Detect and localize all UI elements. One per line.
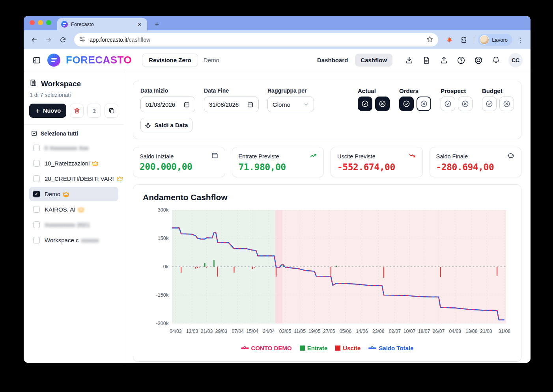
delete-workspace-button[interactable] xyxy=(70,104,84,118)
zoom-window-button[interactable] xyxy=(46,20,51,25)
browser-profile-button[interactable]: Lavoro xyxy=(478,34,512,46)
anchor-icon xyxy=(145,122,151,128)
workspace-checkbox[interactable] xyxy=(33,221,40,228)
exclude-toggle-button[interactable] xyxy=(375,97,390,111)
toggle-pair xyxy=(482,97,514,111)
duplicate-workspace-button[interactable] xyxy=(105,104,118,118)
url-path: /cashflow xyxy=(127,37,150,43)
back-icon[interactable] xyxy=(28,34,40,46)
browser-menu-icon[interactable]: ⋮ xyxy=(515,36,526,44)
browser-tab[interactable]: Forecasto ✕ xyxy=(57,18,147,30)
group-by-select[interactable]: Giorno xyxy=(267,97,314,112)
revision-button[interactable]: Revisione Zero xyxy=(142,54,198,67)
filters-card: Data Inizio 01/03/2026 Data Fine 31/08/2… xyxy=(133,81,521,139)
report-icon[interactable] xyxy=(419,53,433,67)
exclude-toggle-button[interactable] xyxy=(458,97,473,111)
address-bar[interactable]: app.forecasto.it/cashflow xyxy=(74,33,438,46)
forecasto-logo-icon xyxy=(47,54,60,67)
start-date-input[interactable]: 01/03/2026 xyxy=(140,97,195,112)
workspace-checkbox[interactable] xyxy=(33,175,40,182)
help-icon[interactable] xyxy=(454,53,468,67)
workspace-item[interactable]: Xxxxxxxxxx 2021 xyxy=(29,217,118,232)
workspace-item-text: Xxxxxxxxxx 2021 xyxy=(45,221,90,228)
svg-text:-300k: -300k xyxy=(156,320,169,326)
exclude-toggle-button[interactable] xyxy=(499,97,514,111)
new-tab-button[interactable]: + xyxy=(152,20,162,29)
svg-text:300k: 300k xyxy=(158,207,169,213)
legend-item-saldo-totale[interactable]: Saldo Totale xyxy=(368,345,413,351)
trash-icon xyxy=(73,107,80,114)
sidebar-collapse-icon[interactable] xyxy=(32,55,42,65)
workspace-item-text: 20_CREDITI/DEBITI VARI xyxy=(45,175,114,182)
workspace-item[interactable]: ✓Demo xyxy=(29,187,118,201)
svg-text:0k: 0k xyxy=(163,264,169,269)
app-header: FORECASTO Revisione Zero Demo DashboardC… xyxy=(24,49,531,71)
extension-starburst-icon[interactable] xyxy=(444,34,456,46)
workspace-checkbox[interactable] xyxy=(33,206,40,213)
saldi-a-data-button[interactable]: Saldi a Data xyxy=(140,118,192,132)
forward-icon[interactable] xyxy=(43,34,54,46)
workspace-item[interactable]: 20_CREDITI/DEBITI VARI xyxy=(29,171,118,186)
user-avatar[interactable]: CC xyxy=(508,53,523,67)
include-toggle-button[interactable] xyxy=(441,97,455,111)
nav-dashboard[interactable]: Dashboard xyxy=(313,54,352,67)
legend-label: CONTO DEMO xyxy=(251,345,292,351)
legend-item-entrate[interactable]: Entrate xyxy=(300,345,328,351)
close-tab-icon[interactable]: ✕ xyxy=(136,21,143,28)
workspace-checkbox[interactable] xyxy=(33,145,40,151)
workspace-item-label: Xxxxxxxxxx 2021 xyxy=(45,221,90,228)
bookmark-star-icon[interactable] xyxy=(426,35,433,45)
brand-wordmark: FORECASTO xyxy=(66,54,132,66)
include-toggle-button[interactable] xyxy=(358,97,372,111)
include-toggle-button[interactable] xyxy=(482,97,497,111)
exclude-toggle-button[interactable] xyxy=(417,97,431,111)
svg-text:31/08: 31/08 xyxy=(499,329,511,334)
legend-item-conto-demo[interactable]: CONTO DEMO xyxy=(241,345,292,351)
workspace-item[interactable]: Workspace cxxxxxx xyxy=(29,233,118,247)
include-toggle-button[interactable] xyxy=(399,97,414,111)
workspace-checkbox[interactable] xyxy=(33,160,40,167)
svg-text:150k: 150k xyxy=(158,235,169,241)
support-icon[interactable] xyxy=(471,53,486,67)
svg-text:07/04: 07/04 xyxy=(232,329,244,334)
svg-text:23/06: 23/06 xyxy=(372,329,385,334)
svg-text:11/05: 11/05 xyxy=(294,329,306,334)
upload-icon[interactable] xyxy=(437,53,451,67)
workspace-checkbox[interactable]: ✓ xyxy=(33,191,40,197)
saldi-a-data-label: Saldi a Data xyxy=(154,122,188,128)
browser-window: Forecasto ✕ + app.forecasto.it/cashflow xyxy=(24,16,531,363)
svg-text:03/05: 03/05 xyxy=(279,329,291,334)
new-workspace-button[interactable]: Nuovo xyxy=(29,104,66,118)
reload-icon[interactable] xyxy=(57,34,69,46)
svg-text:21/03: 21/03 xyxy=(201,329,213,334)
select-all-row[interactable]: Seleziona tutti xyxy=(29,130,118,141)
workspace-item[interactable]: 10_Rateizzazioni xyxy=(29,156,118,171)
nav-cashflow[interactable]: Cashflow xyxy=(355,54,392,67)
legend-label: Uscite xyxy=(343,345,361,351)
download-icon[interactable] xyxy=(402,53,416,67)
crown-icon xyxy=(63,191,69,197)
close-window-button[interactable] xyxy=(30,20,35,25)
extensions-puzzle-icon[interactable] xyxy=(458,34,470,46)
legend-label: Entrate xyxy=(307,345,328,351)
workspace-item-label: KAIROS. AI xyxy=(45,206,84,213)
summary-card-top: Uscite Previste xyxy=(337,152,416,161)
minimize-window-button[interactable] xyxy=(38,20,43,25)
workspace-building-icon xyxy=(29,79,37,89)
svg-text:02/07: 02/07 xyxy=(389,329,401,334)
legend-item-uscite[interactable]: Uscite xyxy=(335,345,361,351)
svg-text:18/07: 18/07 xyxy=(418,329,430,334)
workspace-item[interactable]: 0 Xxxxxxxxx Xxx xyxy=(29,141,118,155)
workspace-item[interactable]: KAIROS. AI xyxy=(29,202,118,217)
tab-title: Forecasto xyxy=(71,21,133,27)
export-workspace-button[interactable] xyxy=(87,104,101,118)
site-settings-icon[interactable] xyxy=(79,36,86,44)
copy-icon xyxy=(108,107,115,114)
svg-text:19/05: 19/05 xyxy=(308,329,321,334)
end-date-input[interactable]: 31/08/2026 xyxy=(204,97,259,112)
svg-text:15/04: 15/04 xyxy=(247,329,259,334)
workspace-checkbox[interactable] xyxy=(33,237,40,243)
cashflow-chart[interactable]: 300k150k0k-150k-300k04/0313/0321/0329/03… xyxy=(143,205,512,342)
legend-square-marker xyxy=(335,346,340,351)
notifications-icon[interactable] xyxy=(489,53,503,67)
